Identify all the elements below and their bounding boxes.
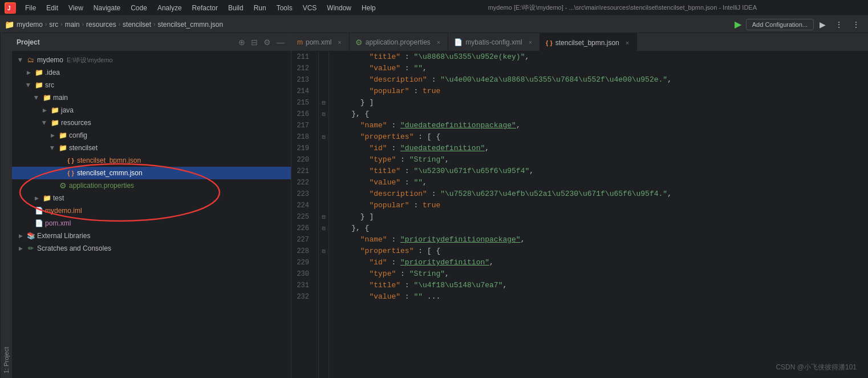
- tree-arrow-scratches: ▶: [17, 244, 25, 252]
- tab-close-app-props[interactable]: ×: [435, 38, 442, 46]
- breadcrumb-mydemo[interactable]: mydemo: [17, 21, 43, 29]
- tree-item-stencilset[interactable]: ▶ 📁 stencilset: [12, 142, 291, 154]
- menu-tools[interactable]: Tools: [272, 3, 297, 13]
- menu-help[interactable]: Help: [357, 3, 380, 13]
- tree-item-pom[interactable]: 📄 pom.xml: [12, 217, 291, 230]
- tab-pom-xml[interactable]: m pom.xml ×: [291, 33, 350, 51]
- tab-close-mybatis[interactable]: ×: [527, 38, 534, 46]
- code-line-213: "description" : "\u4e00\u4e2a\u8868\u535…: [334, 74, 868, 86]
- breadcrumb-current-file: stencilset_cmmn.json: [157, 21, 223, 29]
- tree-label-main: main: [53, 94, 68, 102]
- tree-item-idea[interactable]: ▶ 📁 .idea: [12, 66, 291, 79]
- menu-refactor[interactable]: Refactor: [188, 3, 222, 13]
- run-button[interactable]: ▶: [816, 19, 829, 30]
- line-num-218: 218: [291, 131, 314, 143]
- sidebar-locate-button[interactable]: ⊕: [237, 38, 247, 47]
- sidebar-collapse-button[interactable]: ⊟: [249, 38, 259, 47]
- line-num-214: 214: [291, 86, 314, 97]
- gutter-214: [319, 86, 328, 97]
- code-line-220: "type" : "String",: [334, 154, 868, 166]
- props-icon: ⚙: [58, 181, 67, 190]
- sidebar-settings-button[interactable]: ⚙: [262, 38, 273, 47]
- line-num-213: 213: [291, 74, 314, 86]
- line-num-223: 223: [291, 188, 314, 200]
- tree-item-mydemo-iml[interactable]: 📄 mydemo.iml: [12, 204, 291, 217]
- tree-item-scratches[interactable]: ▶ ✏ Scratches and Consoles: [12, 242, 291, 255]
- tree-item-ext-libs[interactable]: ▶ 📚 External Libraries: [12, 230, 291, 242]
- tab-mybatis[interactable]: 📄 mybatis-config.xml ×: [448, 33, 540, 51]
- folder-icon-test: 📁: [42, 194, 51, 203]
- gutter-230: [319, 268, 328, 280]
- menu-analyze[interactable]: Analyze: [153, 3, 186, 13]
- project-panel-label[interactable]: 1: Project: [0, 33, 12, 378]
- tree-label-test: test: [53, 194, 64, 202]
- tab-close-pom[interactable]: ×: [336, 38, 343, 46]
- menu-code[interactable]: Code: [126, 3, 152, 13]
- code-line-232: "value" : "" ...: [334, 291, 868, 303]
- menu-build[interactable]: Build: [224, 3, 248, 13]
- main-content: 1: Project Project ⊕ ⊟ ⚙ — ▶ 🗂 mydemo E:…: [0, 33, 868, 378]
- line-num-222: 222: [291, 177, 314, 188]
- gutter-229: [319, 257, 328, 268]
- gutter-212: [319, 63, 328, 74]
- tree-item-main[interactable]: ▶ 📁 main: [12, 91, 291, 104]
- menu-bar: J File Edit View Navigate Code Analyze R…: [0, 0, 868, 16]
- line-num-226: 226: [291, 223, 314, 234]
- menu-view[interactable]: View: [64, 3, 88, 13]
- line-num-216: 216: [291, 108, 314, 120]
- line-num-229: 229: [291, 257, 314, 268]
- code-line-228: "properties" : [ {: [334, 246, 868, 257]
- menu-file[interactable]: File: [21, 3, 40, 13]
- tree-item-src[interactable]: ▶ 📁 src: [12, 79, 291, 91]
- menu-edit[interactable]: Edit: [42, 3, 63, 13]
- tree-arrow-config: ▶: [48, 131, 56, 139]
- tree-label-scratches: Scratches and Consoles: [37, 244, 111, 252]
- tree-item-java[interactable]: ▶ 📁 java: [12, 104, 291, 116]
- menu-run[interactable]: Run: [249, 3, 271, 13]
- sidebar-hide-button[interactable]: —: [275, 38, 286, 47]
- breadcrumb-main[interactable]: main: [65, 21, 80, 29]
- gutter-222: [319, 177, 328, 188]
- code-line-225: } ]: [334, 211, 868, 223]
- line-num-224: 224: [291, 200, 314, 211]
- tree-item-test[interactable]: ▶ 📁 test: [12, 192, 291, 204]
- breadcrumb-src[interactable]: src: [49, 21, 58, 29]
- menu-vcs[interactable]: VCS: [298, 3, 322, 13]
- folder-icon-resources: 📁: [50, 118, 59, 127]
- ext-lib-icon: 📚: [26, 231, 35, 240]
- editor-gutter: ⊟ ⊟ ⊟ ⊟ ⊟ ⊟: [319, 51, 329, 378]
- sidebar-title: Project: [17, 38, 237, 46]
- tree-item-app-props[interactable]: ⚙ application.properties: [12, 179, 291, 192]
- run-config-icon: ▶: [735, 19, 741, 30]
- tree-item-stencilset-bpmn[interactable]: { } stencilset_bpmn.json: [12, 154, 291, 167]
- menu-navigate[interactable]: Navigate: [89, 3, 125, 13]
- gutter-213: [319, 74, 328, 86]
- menu-window[interactable]: Window: [322, 3, 356, 13]
- tab-close-stencilset-bpmn[interactable]: ×: [624, 39, 631, 47]
- breadcrumb: mydemo › src › main › resources › stenci…: [17, 21, 223, 29]
- gutter-216: ⊟: [319, 108, 328, 120]
- gutter-225: ⊟: [319, 211, 328, 223]
- gutter-211: [319, 51, 328, 63]
- tree-item-mydemo[interactable]: ▶ 🗂 mydemo E:\毕设\mydemo: [12, 54, 291, 66]
- breadcrumb-resources[interactable]: resources: [86, 21, 116, 29]
- app-logo: J: [5, 2, 16, 14]
- line-num-212: 212: [291, 63, 314, 74]
- tab-app-props[interactable]: ⚙ application.properties ×: [350, 33, 449, 51]
- breadcrumb-stencilset[interactable]: stencilset: [123, 21, 151, 29]
- tree-item-config[interactable]: ▶ 📁 config: [12, 129, 291, 142]
- tree-label-java: java: [61, 106, 74, 114]
- add-configuration-button[interactable]: Add Configuration...: [746, 19, 814, 30]
- toolbar-more-button[interactable]: ⋮: [849, 19, 863, 30]
- tree-arrow-ext-libs: ▶: [17, 232, 25, 240]
- tab-bar: m pom.xml × ⚙ application.properties × 📄…: [291, 33, 868, 51]
- code-text[interactable]: "title" : "\u8868\u5355\u952e(key)", "va…: [329, 51, 868, 378]
- tab-stencilset-bpmn[interactable]: { } stencilset_bpmn.json ×: [540, 33, 637, 51]
- code-editor[interactable]: 211 212 213 214 215 216 217 218 219 220 …: [291, 51, 868, 378]
- tree-arrow-mydemo: ▶: [17, 56, 25, 64]
- toolbar-expand-button[interactable]: ⋮: [832, 19, 846, 30]
- code-line-217: "name" : "duedatedefinitionpackage",: [334, 120, 868, 131]
- gutter-231: [319, 280, 328, 291]
- tree-item-resources[interactable]: ▶ 📁 resources: [12, 116, 291, 129]
- tree-item-stencilset-cmmn[interactable]: { } stencilset_cmmn.json: [12, 167, 291, 179]
